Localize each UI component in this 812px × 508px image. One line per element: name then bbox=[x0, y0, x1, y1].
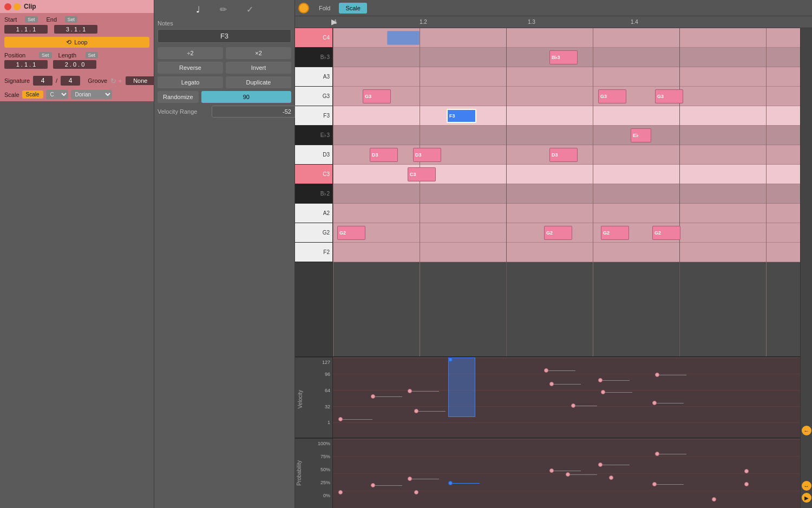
piano-key-f3[interactable]: F3 bbox=[295, 106, 332, 126]
position-set-button[interactable]: Set bbox=[39, 52, 52, 58]
prob-dot-5[interactable] bbox=[549, 468, 554, 473]
length-value-input[interactable] bbox=[53, 60, 96, 69]
note-eb3[interactable]: E♭ bbox=[631, 128, 651, 142]
probability-grid[interactable] bbox=[333, 439, 800, 508]
vel-line-8-ext bbox=[603, 380, 630, 381]
side-button-play[interactable]: ▶ bbox=[802, 493, 811, 503]
groove-cycle-button[interactable]: ↻ bbox=[110, 77, 116, 85]
minimize-button[interactable] bbox=[14, 3, 21, 10]
note-g2-1[interactable]: G2 bbox=[337, 226, 365, 240]
prob-dot-1[interactable] bbox=[338, 490, 343, 494]
vel-dot-4[interactable] bbox=[414, 409, 418, 413]
prob-dot-9[interactable] bbox=[655, 452, 659, 456]
piano-key-a2[interactable]: A2 bbox=[295, 204, 332, 223]
prob-dot-7[interactable] bbox=[598, 463, 603, 467]
sig-denominator-input[interactable] bbox=[61, 76, 80, 86]
vel-dot-3[interactable] bbox=[408, 389, 412, 393]
piano-key-f2[interactable]: F2 bbox=[295, 243, 332, 262]
note-c3[interactable]: C3 bbox=[408, 167, 436, 181]
invert-button[interactable]: Invert bbox=[226, 62, 291, 74]
note-g3-3[interactable]: G3 bbox=[655, 89, 683, 103]
note-g3-1[interactable]: G3 bbox=[363, 89, 391, 103]
prob-dot-far-3[interactable] bbox=[744, 482, 749, 486]
prob-dashed-6 bbox=[570, 474, 597, 475]
groove-value-input[interactable] bbox=[126, 76, 155, 85]
piano-key-bb2[interactable]: B♭2 bbox=[295, 184, 332, 204]
vel-dot-7[interactable] bbox=[571, 403, 575, 408]
note-d3-2[interactable]: D3 bbox=[413, 148, 441, 162]
reverse-button[interactable]: Reverse bbox=[158, 62, 223, 74]
piano-key-c3[interactable]: C3 bbox=[295, 165, 332, 184]
main-container: Clip Start Set End Set ⟲ Loop Pos bbox=[0, 0, 812, 508]
vel-dot-11[interactable] bbox=[652, 401, 657, 405]
velocity-range-label: Velocity Range bbox=[158, 108, 209, 115]
randomize-value-input[interactable] bbox=[201, 91, 291, 103]
note-bb3[interactable]: B♭3 bbox=[549, 50, 578, 64]
note-d3-1[interactable]: D3 bbox=[370, 148, 398, 162]
piano-keys: C4 B♭3 A3 G3 F3 E♭3 D3 C3 bbox=[295, 28, 333, 356]
piano-key-d3[interactable]: D3 bbox=[295, 145, 332, 165]
velocity-grid[interactable] bbox=[333, 357, 800, 438]
tab-expression-icon[interactable]: ✓ bbox=[242, 3, 258, 16]
prob-dot-6[interactable] bbox=[566, 472, 570, 477]
notes-label: Notes bbox=[158, 20, 291, 27]
close-button[interactable] bbox=[4, 3, 11, 10]
legato-button[interactable]: Legato bbox=[158, 76, 223, 88]
vel-dot-9[interactable] bbox=[601, 390, 605, 394]
tab-envelope-icon[interactable]: ✏ bbox=[215, 3, 231, 16]
scale-root-select[interactable]: CC#DEbEF bbox=[46, 90, 68, 99]
prob-dot-2[interactable] bbox=[371, 483, 375, 487]
note-g2-2[interactable]: G2 bbox=[544, 226, 572, 240]
x2-button[interactable]: ×2 bbox=[226, 47, 291, 59]
end-set-button[interactable]: Set bbox=[65, 16, 78, 23]
length-set-button[interactable]: Set bbox=[86, 52, 99, 58]
fold-button[interactable]: Fold bbox=[312, 3, 337, 14]
side-button-2[interactable]: ↔ bbox=[802, 481, 811, 491]
probability-label-col: 100% 75% 50% 25% 0% Probability bbox=[295, 439, 333, 508]
scale-mode-select[interactable]: DorianMajorMinorMixolydian bbox=[71, 90, 112, 99]
prob-dot-far-1[interactable] bbox=[712, 497, 716, 502]
note-d3-3[interactable]: D3 bbox=[549, 148, 578, 162]
vel-dot-selected[interactable] bbox=[448, 357, 453, 362]
note-g2-4[interactable]: G2 bbox=[652, 226, 680, 240]
note-g3-2[interactable]: G3 bbox=[598, 89, 626, 103]
sig-numerator-input[interactable] bbox=[33, 76, 53, 86]
vel-dot-10[interactable] bbox=[655, 373, 659, 377]
grid-area[interactable]: G3 G3 G3 F3 B♭3 E♭ D3 D3 D3 bbox=[333, 28, 800, 356]
prob-dot-8[interactable] bbox=[609, 476, 613, 480]
scale-toggle-button[interactable]: Scale bbox=[22, 90, 43, 99]
piano-key-eb3[interactable]: E♭3 bbox=[295, 126, 332, 145]
note-c4-region[interactable] bbox=[387, 31, 420, 45]
end-value-input[interactable] bbox=[54, 25, 97, 34]
vel-dot-6[interactable] bbox=[549, 382, 554, 386]
prob-dot-4[interactable] bbox=[414, 490, 418, 494]
prob-dot-10[interactable] bbox=[652, 482, 657, 486]
piano-key-bb3[interactable]: B♭3 bbox=[295, 48, 332, 67]
prob-dot-3[interactable] bbox=[408, 477, 412, 481]
vel-dot-5[interactable] bbox=[544, 368, 548, 373]
loop-button[interactable]: ⟲ Loop bbox=[4, 37, 149, 48]
piano-key-g3[interactable]: G3 bbox=[295, 87, 332, 106]
div2-button[interactable]: ÷2 bbox=[158, 47, 223, 59]
randomize-button[interactable]: Randomize bbox=[158, 91, 199, 103]
scale-mode-button[interactable]: Scale bbox=[339, 3, 367, 14]
groove-add-button[interactable]: + bbox=[118, 77, 122, 85]
start-value-input[interactable] bbox=[4, 25, 48, 34]
prob-dot-far-2[interactable] bbox=[744, 469, 749, 473]
piano-key-g2[interactable]: G2 bbox=[295, 223, 332, 243]
position-value-input[interactable] bbox=[4, 60, 48, 69]
note-g2-3[interactable]: G2 bbox=[601, 226, 629, 240]
tab-notes-icon[interactable]: ♩ bbox=[192, 3, 205, 16]
note-f3-selected[interactable]: F3 bbox=[447, 109, 476, 123]
vel-dot-8[interactable] bbox=[598, 378, 603, 382]
duplicate-button[interactable]: Duplicate bbox=[226, 76, 291, 88]
vel-dot-2[interactable] bbox=[371, 394, 375, 399]
vel-dot-1[interactable] bbox=[338, 417, 343, 421]
piano-key-d3-label: D3 bbox=[323, 152, 330, 158]
prob-dot-selected[interactable] bbox=[448, 481, 453, 485]
piano-key-a3[interactable]: A3 bbox=[295, 67, 332, 87]
side-button-1[interactable]: ← bbox=[802, 426, 811, 435]
start-set-button[interactable]: Set bbox=[25, 16, 38, 23]
piano-key-c4[interactable]: C4 bbox=[295, 28, 332, 48]
velocity-range-input[interactable] bbox=[212, 106, 296, 118]
